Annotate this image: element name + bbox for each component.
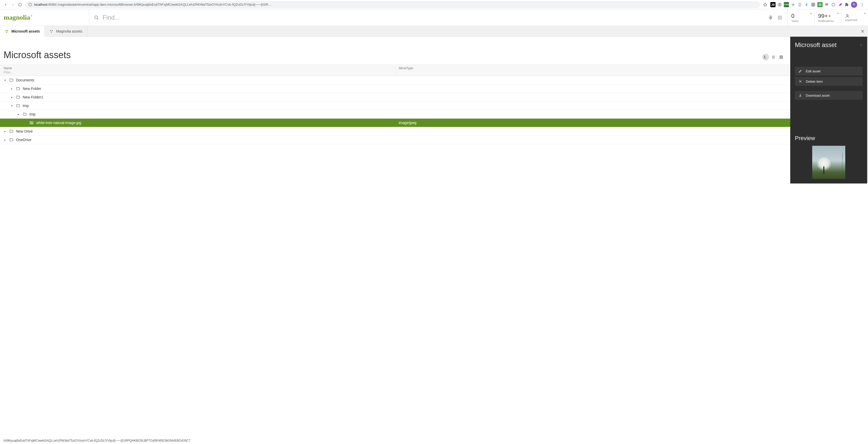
- expand-toggle-icon[interactable]: ▸: [10, 96, 13, 99]
- download-asset-button[interactable]: Download asset: [795, 91, 863, 100]
- svg-point-40: [52, 30, 53, 31]
- tree-view-button[interactable]: [762, 54, 769, 60]
- download-icon: [799, 94, 802, 97]
- folder-icon: [9, 129, 13, 134]
- svg-point-37: [7, 30, 8, 31]
- notifications-label: Notifications: [818, 19, 838, 23]
- bookmark-button[interactable]: [762, 1, 769, 8]
- node-name: tmp: [23, 103, 29, 108]
- tab-icon: [49, 29, 54, 33]
- search-input[interactable]: [102, 14, 764, 21]
- apps-grid-icon[interactable]: [777, 15, 783, 21]
- svg-rect-9: [812, 3, 815, 6]
- tab-magnolia-assets[interactable]: Magnolia assets: [45, 26, 87, 36]
- table-row[interactable]: ▸New Folder1: [0, 93, 790, 101]
- chevron-down-icon: ▾: [837, 12, 839, 15]
- node-name: Documents: [16, 78, 34, 82]
- notifications-box[interactable]: 99+ Notifications ▾: [814, 9, 841, 26]
- panel-expand-icon[interactable]: [860, 43, 863, 47]
- search-cell: [89, 9, 787, 26]
- node-name: white-tree-natural-image.jpg: [36, 121, 81, 125]
- ext-icon-chat[interactable]: [824, 2, 829, 7]
- table-header: Name MimeType: [0, 65, 790, 76]
- mic-icon[interactable]: [768, 15, 773, 21]
- node-name: New Folder: [23, 87, 41, 91]
- svg-line-23: [97, 18, 98, 19]
- node-name: New Drive: [16, 129, 33, 134]
- content: Microsoft assets Name MimeType: [0, 37, 790, 184]
- ext-icon-device[interactable]: [797, 2, 802, 7]
- notification-dot-icon: [829, 15, 830, 17]
- tab-microsoft-assets[interactable]: Microsoft assets: [0, 26, 45, 37]
- logo[interactable]: magnolia: [0, 9, 89, 26]
- grid-view-button[interactable]: [778, 54, 784, 60]
- ext-icon-sheet[interactable]: [817, 2, 823, 7]
- name-filter-input[interactable]: [4, 70, 392, 74]
- ext-icon-loc[interactable]: [790, 2, 796, 7]
- svg-point-19: [862, 3, 863, 4]
- ext-icon-8[interactable]: 8: [804, 2, 809, 7]
- close-app-button[interactable]: [857, 26, 868, 36]
- ext-icon-cors[interactable]: CORS: [784, 2, 789, 7]
- detail-panel: Microsoft asset Edit asset Delete item D…: [790, 37, 867, 183]
- table-row[interactable]: white-tree-natural-image.jpgimage/jpeg: [0, 119, 790, 127]
- ext-icon-jb[interactable]: JB: [770, 2, 776, 7]
- node-name: tmp: [29, 112, 35, 116]
- table-row[interactable]: ▾Documents: [0, 76, 790, 85]
- download-asset-label: Download asset: [806, 94, 830, 97]
- table-row[interactable]: ▸OneDrive: [0, 136, 790, 144]
- reload-button[interactable]: [17, 1, 24, 8]
- table-row[interactable]: ▸New Folder: [0, 85, 790, 93]
- expand-toggle-icon[interactable]: ▸: [17, 113, 20, 116]
- ext-icon-feather[interactable]: [838, 2, 843, 7]
- user-box[interactable]: superuser ▾: [841, 9, 868, 26]
- site-info-icon[interactable]: [28, 3, 32, 6]
- search-icon: [94, 15, 99, 20]
- svg-rect-51: [780, 56, 781, 57]
- expand-toggle-icon[interactable]: ▸: [4, 138, 7, 142]
- column-mimetype[interactable]: MimeType: [395, 65, 790, 76]
- tab-icon: [5, 29, 9, 33]
- expand-toggle-icon[interactable]: ▾: [10, 104, 13, 108]
- expand-toggle-icon[interactable]: ▸: [10, 87, 13, 90]
- expand-toggle-icon[interactable]: ▾: [4, 79, 7, 82]
- ext-icon-circle[interactable]: [831, 2, 836, 7]
- edit-asset-button[interactable]: Edit asset: [795, 67, 863, 76]
- preview-thumbnail[interactable]: [812, 146, 845, 179]
- view-toggles: [762, 54, 784, 60]
- table-row[interactable]: ▸New Drive: [0, 127, 790, 136]
- back-button[interactable]: [2, 1, 9, 8]
- panel-title: Microsoft asset: [795, 41, 836, 49]
- delete-item-button[interactable]: Delete item: [795, 77, 863, 86]
- profile-avatar[interactable]: R: [851, 2, 857, 8]
- ext-icon-grid[interactable]: [811, 2, 816, 7]
- svg-rect-53: [780, 57, 781, 58]
- expand-toggle-icon[interactable]: ▸: [4, 130, 7, 133]
- app-header: magnolia 0 Tasks ▾ 99+ Notifications ▾ s…: [0, 9, 868, 26]
- node-mimetype: image/jpeg: [395, 121, 790, 125]
- column-name[interactable]: Name: [0, 65, 395, 76]
- folder-icon: [16, 87, 20, 91]
- ext-icon-camera[interactable]: [777, 2, 782, 7]
- extension-icons: JB CORS 8 R: [769, 1, 866, 8]
- user-label: superuser: [845, 18, 864, 22]
- node-name: OneDrive: [16, 138, 31, 142]
- tree-body: ▾Documents▸New Folder▸New Folder1▾tmp▸tm…: [0, 76, 790, 144]
- forward-button[interactable]: [9, 1, 17, 8]
- table-row[interactable]: ▾tmp: [0, 101, 790, 110]
- url-bar[interactable]: localhost:8080/.magnolia/admincentral#ap…: [25, 1, 760, 8]
- extensions-button[interactable]: [844, 2, 849, 7]
- list-view-button[interactable]: [770, 54, 777, 60]
- svg-rect-4: [778, 4, 781, 6]
- chevron-down-icon: ▾: [864, 12, 865, 15]
- svg-point-22: [95, 16, 98, 19]
- svg-point-36: [5, 30, 6, 31]
- column-name-label: Name: [4, 66, 392, 70]
- tasks-box[interactable]: 0 Tasks ▾: [787, 9, 814, 26]
- svg-point-20: [862, 4, 863, 5]
- svg-rect-24: [770, 16, 771, 18]
- browser-menu-button[interactable]: [859, 1, 866, 8]
- svg-point-28: [781, 16, 782, 17]
- table-row[interactable]: ▸tmp: [0, 110, 790, 119]
- tasks-label: Tasks: [791, 19, 811, 23]
